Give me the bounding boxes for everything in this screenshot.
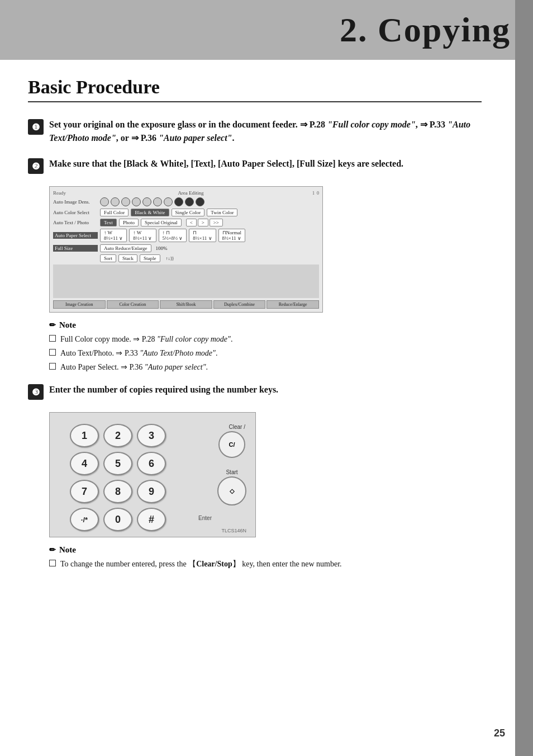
- key-start: ◇: [217, 476, 246, 505]
- step-1-text: Set your original on the exposure glass …: [49, 118, 482, 145]
- note-2-text-1: To change the number entered, press the …: [60, 558, 342, 570]
- cp-stack: Stack: [118, 254, 137, 262]
- note-1-text-2: Auto Text/Photo. ⇒ P.33 "Auto Text/Photo…: [60, 347, 217, 359]
- right-sidebar-strip: [515, 0, 533, 756]
- cp-tab-color-creation: Color Creation: [107, 300, 159, 309]
- step-1: ❶ Set your original on the exposure glas…: [28, 118, 482, 145]
- step-2-icon: ❷: [28, 158, 44, 174]
- cp-tab-reduce-enlarge: Reduce/Enlarge: [266, 300, 319, 309]
- note-1-item-1: Full Color copy mode. ⇒ P.28 "Full color…: [49, 333, 482, 345]
- step-1-icon: ❶: [28, 119, 44, 135]
- main-content: Basic Procedure ❶ Set your original on t…: [0, 60, 515, 602]
- key-9: 9: [137, 480, 166, 503]
- keypad-model: TLCS146N: [221, 528, 246, 533]
- cp-arrows: < > >>: [186, 219, 223, 226]
- cp-tab-duplex-combine: Duplex/Combine: [213, 300, 266, 309]
- step-2-text: Make sure that the [Black & White], [Tex…: [49, 157, 403, 171]
- step-2: ❷ Make sure that the [Black & White], [T…: [28, 157, 482, 174]
- step-3-text: Enter the number of copies required usin…: [49, 383, 278, 396]
- note-pencil-icon: ✏: [49, 320, 56, 330]
- key-1: 1: [70, 424, 99, 447]
- start-group: Start ◇: [217, 469, 246, 505]
- cp-full-size-row: Full Size Auto Reduce/Enlarge 100%: [53, 244, 319, 252]
- note-checkbox-4: [49, 560, 56, 566]
- cp-single-color: Single Color: [172, 209, 205, 216]
- cp-text-photo-row: Auto Text / Photo Text Photo Special Ori…: [53, 219, 319, 226]
- note-2-title: ✏ Note: [49, 545, 482, 555]
- note-checkbox-1: [49, 335, 56, 342]
- cp-black-white: Black & White: [131, 209, 169, 216]
- key-hash: #: [137, 508, 166, 531]
- key-7: 7: [70, 480, 99, 503]
- cp-twin-color: Twin Color: [207, 209, 237, 216]
- keypad-right-controls: Clear / C/ Start ◇: [217, 424, 246, 505]
- note-1-item-2: Auto Text/Photo. ⇒ P.33 "Auto Text/Photo…: [49, 347, 482, 359]
- enter-label: Enter: [198, 515, 212, 521]
- cp-sort-row: Sort Stack Staple ↑↓⟩⟩: [53, 254, 319, 262]
- cp-area-editing: Area Editing: [178, 190, 203, 196]
- clear-stop-group: Clear / C/: [218, 424, 245, 458]
- cp-circles-row: Auto Image Dens.: [53, 197, 319, 206]
- start-label: Start: [217, 469, 246, 475]
- note-checkbox-3: [49, 363, 56, 370]
- note-2-item-1: To change the number entered, press the …: [49, 558, 482, 570]
- key-3: 3: [137, 424, 166, 447]
- note-section-2: ✏ Note To change the number entered, pre…: [49, 545, 482, 570]
- note-2-label: Note: [59, 545, 76, 555]
- note-1-label: Note: [59, 320, 76, 330]
- clear-label: Clear /: [218, 424, 245, 430]
- cp-paper-select-row: Auto Paper Select ↑ W8½×11 ∨ ↑ W8½×11 ∨ …: [53, 229, 319, 242]
- note-1-text-1: Full Color copy mode. ⇒ P.28 "Full color…: [60, 333, 232, 345]
- step-3: ❸ Enter the number of copies required us…: [28, 383, 482, 400]
- cp-counters: 10: [312, 191, 319, 196]
- cp-special-original: Special Original: [141, 219, 182, 226]
- key-5: 5: [103, 452, 132, 475]
- key-clear-stop: C/: [218, 431, 245, 458]
- cp-percentage: 100%: [156, 245, 168, 251]
- control-panel-image: Ready Area Editing 10 Auto Image Dens.: [49, 186, 323, 313]
- cp-tray: ↑↓⟩⟩: [166, 256, 174, 261]
- key-6: 6: [137, 452, 166, 475]
- cp-photo: Photo: [119, 219, 139, 226]
- note-checkbox-2: [49, 349, 56, 356]
- cp-auto-paper-select: Auto Paper Select: [53, 232, 98, 239]
- cp-circles: [100, 197, 204, 206]
- cp-main-display: [53, 264, 319, 298]
- cp-full-size: Full Size: [53, 245, 98, 252]
- key-2: 2: [103, 424, 132, 447]
- step-3-icon: ❸: [28, 384, 44, 400]
- key-0: 0: [103, 508, 132, 531]
- note-1-item-3: Auto Paper Select. ⇒ P.36 "Auto paper se…: [49, 361, 482, 373]
- note-1-title: ✏ Note: [49, 320, 482, 330]
- header-bar: 2. Copying: [0, 0, 533, 60]
- cp-auto-reduce-enlarge: Auto Reduce/Enlarge: [100, 244, 151, 252]
- cp-sort: Sort: [100, 254, 116, 262]
- cp-ready-label: Ready: [53, 190, 66, 196]
- key-star: ·/*: [70, 508, 99, 531]
- key-8: 8: [103, 480, 132, 503]
- cp-color-select-row: Auto Color Select Full Color Black & Whi…: [53, 209, 319, 216]
- note-1-text-3: Auto Paper Select. ⇒ P.36 "Auto paper se…: [60, 361, 208, 373]
- page-title: 2. Copying: [340, 10, 511, 50]
- cp-tab-shift-book: Shift/Book: [160, 300, 212, 309]
- cp-footer-tabs: Image Creation Color Creation Shift/Book…: [53, 300, 319, 309]
- note-pencil-icon-2: ✏: [49, 545, 56, 555]
- section-title: Basic Procedure: [28, 77, 482, 102]
- page-number: 25: [494, 727, 505, 739]
- key-4: 4: [70, 452, 99, 475]
- note-section-1: ✏ Note Full Color copy mode. ⇒ P.28 "Ful…: [49, 320, 482, 373]
- keypad-image: 1 2 3 4 5 6 7 8 9 ·/* 0 # Clear / C/ Sta…: [49, 412, 256, 537]
- cp-staple: Staple: [140, 254, 160, 262]
- cp-text: Text: [100, 219, 117, 226]
- cp-full-color: Full Color: [100, 209, 129, 216]
- cp-tab-image-creation: Image Creation: [53, 300, 106, 309]
